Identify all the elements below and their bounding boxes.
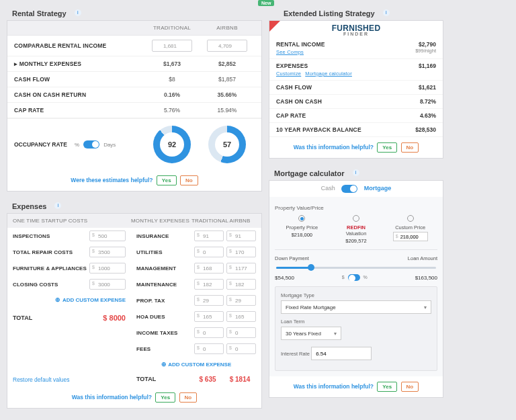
helpful-yes-button[interactable]: Yes	[377, 382, 397, 392]
proptax-trad-input[interactable]	[194, 295, 224, 306]
exp-label: INCOME TAXES	[136, 330, 191, 336]
redfin-radio[interactable]	[353, 215, 359, 222]
mortgage-title: Mortgage calculator	[269, 165, 350, 180]
management-airbnb-input[interactable]	[226, 263, 256, 274]
head-trad: TRADITIONAL	[191, 218, 224, 224]
head-one-time: ONE TIME STARTUP COSTS	[13, 218, 131, 224]
down-payment-value: $54,500	[275, 275, 294, 281]
helpful-yes-button[interactable]: Yes	[157, 175, 177, 185]
mortgage-type-select[interactable]: Fixed Rate Mortgage	[281, 300, 431, 314]
helpful-yes-button[interactable]: Yes	[377, 142, 397, 153]
ext-label: CASH ON CASH	[276, 98, 420, 105]
exp-label: UTILITIES	[136, 249, 191, 255]
exp-label: MAINTENANCE	[136, 282, 191, 288]
total-label: TOTAL	[13, 314, 103, 321]
mortgage-option[interactable]: Mortgage	[364, 185, 392, 192]
extended-title: Extended Listing Strategy	[269, 5, 380, 20]
row-label[interactable]: ▸ MONTHLY EXPENSES	[14, 60, 144, 67]
cocr-airbnb: 35.66%	[200, 91, 255, 98]
monthly-total-airbnb: $ 1814	[224, 376, 256, 383]
helpful-no-button[interactable]: No	[401, 382, 419, 392]
loan-term-label: Loan Term	[281, 319, 304, 325]
info-icon[interactable]	[72, 9, 81, 17]
down-payment-slider[interactable]	[276, 267, 436, 269]
loan-amount-value: $163,500	[415, 275, 437, 281]
incometax-trad-input[interactable]	[194, 327, 224, 338]
insurance-trad-input[interactable]	[194, 230, 224, 241]
col-traditional: TRADITIONAL	[144, 25, 200, 31]
fees-airbnb-input[interactable]	[226, 343, 256, 354]
head-airbnb: AIRBNB	[224, 218, 256, 224]
management-trad-input[interactable]	[194, 263, 224, 274]
occupancy-donut-airbnb: 57	[208, 126, 246, 163]
add-custom-monthly-link[interactable]: ADD CUSTOM EXPENSE	[131, 357, 261, 372]
col-label: Custom Price	[383, 224, 437, 230]
cash-mortgage-toggle[interactable]	[341, 185, 357, 193]
hoa-trad-input[interactable]	[194, 311, 224, 322]
custom-price-input[interactable]	[393, 232, 428, 241]
rental-income-trad-input[interactable]	[152, 40, 192, 52]
maintenance-trad-input[interactable]	[194, 279, 224, 290]
info-icon[interactable]	[350, 169, 359, 177]
custom-price-radio[interactable]	[407, 215, 414, 222]
add-custom-startup-link[interactable]: ADD CUSTOM EXPENSE	[7, 292, 131, 307]
col-label: Valuation	[329, 230, 384, 237]
utilities-airbnb-input[interactable]	[226, 247, 256, 257]
closing-input[interactable]	[89, 279, 126, 290]
see-comps-link[interactable]: See Comps	[276, 49, 304, 55]
interest-rate-input[interactable]	[311, 347, 372, 360]
helpful-no-button[interactable]: No	[401, 142, 419, 153]
ext-per-night: $99/night	[415, 48, 436, 54]
days-label: Days	[103, 142, 116, 148]
row-label: COMPARABLE RENTAL INCOME	[14, 42, 144, 49]
pct-label: %	[75, 142, 79, 148]
hoa-airbnb-input[interactable]	[226, 311, 256, 322]
rental-income-airbnb-input[interactable]	[207, 40, 247, 52]
cash-flow-trad: $8	[144, 76, 200, 83]
monthly-expenses-airbnb: $2,852	[200, 60, 255, 67]
occupancy-donut-trad: 92	[153, 126, 191, 163]
loan-term-select[interactable]: 30 Years Fixed	[281, 327, 341, 340]
interest-rate-label: Interest Rate	[281, 351, 310, 357]
ext-cashflow: $1,621	[419, 84, 436, 91]
loan-amount-label: Loan Amount	[408, 255, 437, 261]
helpful-no-button[interactable]: No	[179, 392, 198, 403]
row-label: CAP RATE	[14, 107, 144, 114]
repair-input[interactable]	[89, 247, 126, 257]
cash-option[interactable]: Cash	[321, 185, 335, 192]
helpful-yes-button[interactable]: Yes	[155, 392, 175, 403]
expenses-title: Expenses	[7, 198, 52, 213]
occupancy-toggle[interactable]	[83, 140, 99, 149]
utilities-trad-input[interactable]	[194, 247, 224, 257]
incometax-airbnb-input[interactable]	[226, 327, 256, 338]
col-label: Property Price	[275, 224, 329, 230]
info-icon[interactable]	[380, 9, 390, 17]
price-label: Property Value/Price	[275, 205, 437, 211]
maintenance-airbnb-input[interactable]	[226, 279, 256, 290]
restore-defaults-link[interactable]: Restore default values	[7, 372, 131, 387]
rental-strategy-panel: TRADITIONAL AIRBNB COMPARABLE RENTAL INC…	[7, 20, 262, 192]
helpful-no-button[interactable]: No	[180, 175, 198, 185]
proptax-airbnb-input[interactable]	[226, 295, 256, 306]
inspections-input[interactable]	[89, 230, 126, 241]
ext-label: CASH FLOW	[276, 84, 419, 91]
ext-label: RENTAL INCOME	[276, 41, 325, 48]
insurance-airbnb-input[interactable]	[226, 230, 256, 241]
cap-rate-trad: 5.76%	[144, 107, 200, 114]
ext-payback: $28,530	[415, 126, 436, 133]
mortgage-calc-link[interactable]: Mortgage calculator	[305, 71, 352, 77]
exp-label: TOTAL REPAIR COSTS	[13, 249, 89, 255]
furnished-finder-logo: FURNISHED FINDER	[269, 21, 443, 38]
exp-label: FURNITURE & APPLIANCES	[13, 265, 89, 271]
down-payment-label: Down Payment	[275, 255, 309, 261]
fees-trad-input[interactable]	[194, 343, 224, 354]
exp-label: FEES	[136, 346, 191, 352]
exp-label: INSPECTIONS	[13, 233, 89, 239]
info-icon[interactable]	[52, 202, 61, 210]
customize-link[interactable]: Customize	[276, 71, 301, 77]
startup-total: $ 8000	[103, 314, 126, 322]
col-airbnb: AIRBNB	[200, 25, 255, 31]
property-price-radio[interactable]	[298, 215, 305, 222]
dp-unit-toggle[interactable]	[348, 274, 360, 281]
furniture-input[interactable]	[89, 263, 126, 274]
